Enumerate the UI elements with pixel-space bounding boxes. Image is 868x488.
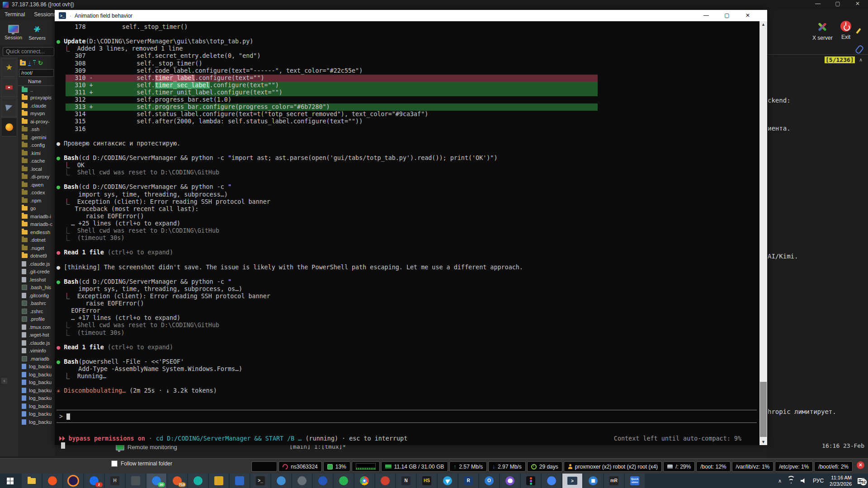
close-icon[interactable]: ✕ bbox=[737, 10, 758, 21]
close-icon[interactable]: ✕ bbox=[854, 0, 862, 7]
file-item[interactable]: .. bbox=[18, 86, 55, 94]
scrollbar[interactable]: ▲ ▼ bbox=[760, 21, 767, 445]
column-header-name[interactable]: Name bbox=[18, 77, 55, 86]
file-item[interactable]: .npm bbox=[18, 197, 55, 205]
file-item[interactable]: .config bbox=[18, 141, 55, 150]
file-item[interactable]: .kimi bbox=[18, 149, 55, 157]
taskbar-icon-app-red[interactable] bbox=[375, 474, 395, 488]
exit-button[interactable]: Exit bbox=[840, 21, 851, 40]
folder-up-icon[interactable] bbox=[20, 61, 26, 66]
taskbar-icon-app-slate[interactable] bbox=[292, 474, 312, 488]
file-item[interactable]: .claude.js bbox=[18, 260, 55, 268]
taskbar-icon-chrome-profile[interactable]: 30 bbox=[146, 474, 166, 488]
file-item[interactable]: .local bbox=[18, 165, 55, 173]
taskbar-icon-app-teal[interactable] bbox=[188, 474, 208, 488]
file-item[interactable]: mariadb-c bbox=[18, 221, 55, 229]
file-item[interactable]: .qwen bbox=[18, 181, 55, 189]
prompt-input[interactable]: > bbox=[57, 410, 757, 423]
servers-button[interactable]: Servers bbox=[28, 20, 46, 45]
wifi-icon[interactable] bbox=[788, 478, 795, 484]
tab-favorites[interactable]: ★ bbox=[1, 58, 17, 77]
file-item[interactable]: .mariadb bbox=[18, 355, 55, 363]
maximize-icon[interactable]: ▢ bbox=[834, 0, 842, 7]
taskbar-icon-app-navy[interactable] bbox=[313, 474, 333, 488]
hscroll-left-arrow[interactable]: ‹ bbox=[1, 378, 7, 384]
file-item[interactable]: dotnet9 bbox=[18, 252, 55, 260]
file-item[interactable]: .tmux.con bbox=[18, 323, 55, 331]
file-item[interactable]: .claude bbox=[18, 102, 55, 110]
maximize-icon[interactable]: ▢ bbox=[717, 10, 737, 21]
file-item[interactable]: log_backu bbox=[18, 402, 55, 410]
taskbar-icon-chrome[interactable] bbox=[354, 474, 374, 488]
taskbar-icon-github[interactable] bbox=[500, 474, 520, 488]
tab-tools[interactable] bbox=[1, 78, 17, 97]
file-item[interactable]: .gemini bbox=[18, 133, 55, 141]
refresh-icon[interactable]: ↻ bbox=[38, 60, 43, 66]
session-button[interactable]: Session bbox=[5, 20, 22, 45]
taskbar-icon-app-orange[interactable]: 715 bbox=[167, 474, 187, 488]
menu-terminal[interactable]: Terminal bbox=[0, 11, 29, 18]
taskbar-icon-telegram[interactable] bbox=[438, 474, 458, 488]
taskbar-icon-monitor[interactable]: ▣ bbox=[583, 474, 603, 488]
scroll-down-icon[interactable]: ▼ bbox=[760, 439, 767, 445]
follow-terminal-folder-checkbox[interactable]: Follow terminal folder bbox=[111, 460, 172, 467]
taskbar-icon-app-green[interactable] bbox=[334, 474, 354, 488]
tab-sftp[interactable] bbox=[1, 117, 17, 136]
taskbar-icon-app-blue[interactable] bbox=[230, 474, 250, 488]
taskbar-icon-app-gray[interactable] bbox=[126, 474, 146, 488]
file-item[interactable]: log_backu bbox=[18, 418, 55, 426]
paperclip-icon[interactable] bbox=[854, 44, 864, 54]
taskbar-icon-chromium[interactable] bbox=[542, 474, 561, 488]
file-item[interactable]: .zshrc bbox=[18, 307, 55, 315]
minimize-icon[interactable]: — bbox=[814, 0, 822, 7]
scroll-up-icon[interactable]: ▲ bbox=[760, 21, 767, 28]
taskbar-icon-app-o[interactable]: O bbox=[479, 474, 499, 488]
mobaxterm-titlebar[interactable]: 37.187.136.86 ([root ovh]) — ▢ ✕ bbox=[0, 0, 868, 9]
taskbar-icon-cmd[interactable]: >_ bbox=[250, 474, 270, 488]
tray-expand-icon[interactable]: ∧ bbox=[778, 478, 782, 484]
file-item[interactable]: endlessh bbox=[18, 228, 55, 236]
file-item[interactable]: mariadb-i bbox=[18, 212, 55, 221]
taskbar-icon-app-r[interactable]: R bbox=[458, 474, 478, 488]
taskbar-icon-app-lightblue[interactable] bbox=[271, 474, 291, 488]
file-item[interactable]: .di-proxy bbox=[18, 173, 55, 181]
download-icon[interactable]: ↓ bbox=[28, 60, 31, 66]
file-item[interactable]: .bash_his bbox=[18, 284, 55, 292]
file-item[interactable]: .nuget bbox=[18, 244, 55, 252]
x-server-button[interactable]: X server bbox=[812, 21, 833, 41]
file-item[interactable]: .cache bbox=[18, 157, 55, 165]
upload-icon[interactable]: ↑ bbox=[33, 60, 36, 66]
taskbar-icon-mremoteng[interactable]: mR bbox=[604, 474, 624, 488]
claude-titlebar[interactable]: >_ · Animation field behavior — ▢ ✕ bbox=[55, 10, 767, 21]
file-item[interactable]: log_backu bbox=[18, 379, 55, 387]
language-indicator[interactable]: РУС bbox=[813, 478, 824, 484]
file-item[interactable]: .bashrc bbox=[18, 300, 55, 308]
taskbar-icon-start[interactable] bbox=[0, 474, 20, 488]
taskbar-icon-powershell[interactable]: > bbox=[562, 474, 582, 488]
scrollbar-thumb[interactable] bbox=[760, 382, 767, 437]
file-item[interactable]: log_backu bbox=[18, 363, 55, 371]
file-item[interactable]: log_backu bbox=[18, 371, 55, 379]
taskbar-icon-firefox[interactable] bbox=[63, 474, 83, 488]
file-item[interactable]: .gitconfig bbox=[18, 291, 55, 300]
file-item[interactable]: ai-proxy- bbox=[18, 117, 55, 126]
pencil-icon[interactable] bbox=[856, 28, 861, 34]
taskbar-icon-app-hs[interactable]: HS bbox=[417, 474, 437, 488]
quick-connect-input[interactable]: Quick connect... bbox=[3, 47, 54, 56]
scroll-up-icon[interactable]: ∧ bbox=[859, 57, 863, 63]
file-item[interactable]: .git-crede bbox=[18, 268, 55, 276]
statusbar-close-icon[interactable]: × bbox=[857, 461, 864, 469]
taskbar-icon-file-explorer[interactable] bbox=[22, 474, 42, 488]
terminal-body[interactable]: 178 self._stop_timer()● Update(D:\CODING… bbox=[55, 21, 760, 445]
file-item[interactable]: .ssh bbox=[18, 126, 55, 134]
taskbar-icon-edge[interactable]: 2 bbox=[84, 474, 104, 488]
file-item[interactable]: .viminfo bbox=[18, 347, 55, 355]
path-input[interactable]: /root/ bbox=[19, 69, 54, 77]
file-item[interactable]: myvpn bbox=[18, 110, 55, 118]
file-item[interactable]: log_backu bbox=[18, 410, 55, 418]
file-item[interactable]: .profile bbox=[18, 315, 55, 324]
taskbar-icon-quick-utmo[interactable]: Quick utmo bbox=[625, 474, 645, 488]
file-item[interactable]: log_backu bbox=[18, 394, 55, 403]
taskbar-icon-app-n[interactable]: N bbox=[396, 474, 416, 488]
tab-sessions[interactable] bbox=[1, 98, 17, 117]
